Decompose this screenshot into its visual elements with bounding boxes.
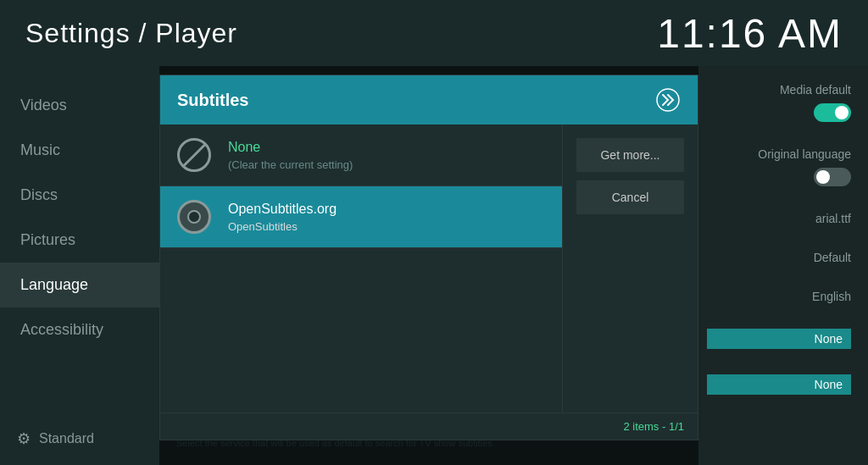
page-title: Settings / Player [25,18,237,49]
subtitles-modal: Subtitles [159,75,698,440]
header: Settings / Player 11:16 AM [0,0,868,66]
kodi-icon[interactable] [655,87,681,113]
standard-label: Standard [39,431,94,446]
opensubtitles-item-subtitle: OpenSubtitles [228,220,337,233]
none-item-name: None [228,140,353,155]
sidebar-item-discs[interactable]: Discs [0,173,159,218]
sidebar-item-pictures[interactable]: Pictures [0,218,159,263]
modal-overlay: Subtitles [159,66,698,465]
modal-header: Subtitles [160,75,698,125]
modal-actions: Get more... Cancel [562,125,698,412]
right-item-none-2: None [707,374,851,395]
none-item-subtitle: (Clear the current setting) [228,158,353,171]
disc-symbol-icon [177,200,211,234]
main-layout: Videos Music Discs Pictures Language Acc… [0,66,868,465]
right-item-english: English [707,290,851,303]
opensubtitles-item-name: OpenSubtitles.org [228,202,337,217]
get-more-button[interactable]: Get more... [576,138,684,172]
modal-body: None (Clear the current setting) [160,125,698,412]
gear-icon: ⚙ [17,429,31,448]
none-item-text: None (Clear the current setting) [228,140,353,171]
no-symbol-icon [177,138,211,172]
modal-footer: 2 items - 1/1 [160,412,698,440]
right-item-original-language: Original language [707,147,851,186]
right-item-media-default: Media default [707,83,851,122]
none-value-2: None [707,374,851,395]
right-panel: Media default Original language arial.tt… [698,66,868,465]
font-value: arial.ttf [815,212,851,225]
right-item-none-1: None [707,329,851,349]
media-default-label: Media default [780,83,851,97]
modal-list: None (Clear the current setting) [160,125,562,412]
list-item-none[interactable]: None (Clear the current setting) [160,125,562,186]
default-value: Default [814,251,851,264]
opensubtitles-icon [174,197,214,237]
none-icon [174,135,214,175]
content-area: TECHFOLLOWS Default movie service Select… [159,66,698,465]
none-value-1: None [707,329,851,349]
original-language-toggle[interactable] [814,168,851,186]
cancel-button[interactable]: Cancel [576,180,684,214]
right-item-font: arial.ttf [707,212,851,225]
sidebar: Videos Music Discs Pictures Language Acc… [0,66,159,465]
opensubtitles-item-text: OpenSubtitles.org OpenSubtitles [228,202,337,233]
media-default-toggle[interactable] [814,103,851,122]
list-item-opensubtitles[interactable]: OpenSubtitles.org OpenSubtitles [160,186,562,248]
clock: 11:16 AM [657,10,843,57]
sidebar-item-accessibility[interactable]: Accessibility [0,307,159,352]
right-item-default: Default [707,251,851,264]
sidebar-item-videos[interactable]: Videos [0,83,159,128]
modal-title: Subtitles [177,91,248,110]
english-value: English [812,290,851,303]
sidebar-item-music[interactable]: Music [0,128,159,173]
sidebar-item-language[interactable]: Language [0,263,159,307]
sidebar-bottom-standard[interactable]: ⚙ Standard [0,421,159,457]
original-language-label: Original language [758,147,851,161]
items-count: 2 items - 1/1 [623,420,684,433]
